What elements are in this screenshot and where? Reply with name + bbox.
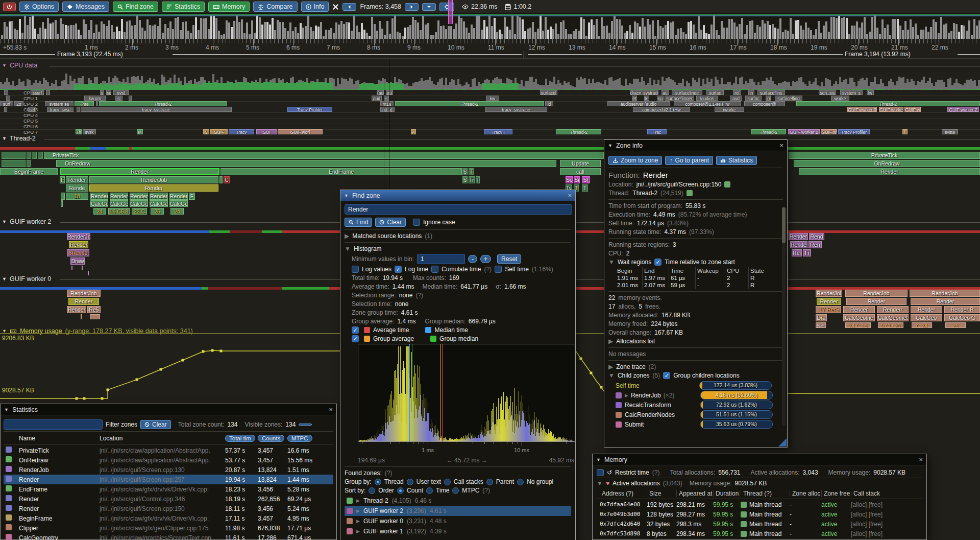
zone-bar[interactable]: Render — [130, 193, 148, 200]
memory-column-header[interactable]: Address (?) — [600, 490, 647, 497]
call-stack-links[interactable]: [alloc] [free] — [851, 511, 907, 518]
cpu-zone-bar[interactable] — [6, 96, 10, 101]
cpu-zone-bar[interactable]: kw — [486, 96, 499, 101]
wait-column-header[interactable]: Time — [669, 267, 695, 274]
zone-statistics-button[interactable]: Statistics — [716, 156, 757, 165]
zone-bar[interactable]: EndFrame — [220, 168, 462, 175]
collapse-icon[interactable]: ▼ — [2, 276, 7, 281]
filter-zones-input[interactable] — [4, 419, 103, 430]
cpu-zone-bar[interactable]: Tracy — [229, 129, 254, 134]
zone-bar[interactable] — [82, 266, 83, 270]
options-button[interactable]: Options — [19, 2, 59, 12]
group-by-radio[interactable] — [407, 479, 413, 485]
column-location[interactable]: Location — [100, 435, 225, 442]
zone-bar[interactable]: 0 CU 20 — [878, 322, 903, 328]
found-zone-row[interactable]: ▶Thread-2(4,105)6.46 s — [345, 496, 571, 506]
collapse-icon[interactable]: ▼ — [4, 407, 9, 412]
cpu-row-label[interactable]: CPU 4 — [23, 112, 38, 118]
zone-bar[interactable]: T — [582, 184, 588, 192]
zone-bar[interactable] — [0, 230, 209, 233]
bin-increase-button[interactable]: + — [480, 255, 491, 263]
group-by-radio[interactable] — [517, 479, 524, 485]
zone-bar[interactable] — [0, 287, 202, 290]
cpu-row-label[interactable]: CPU 7 — [23, 129, 38, 135]
cpu-zone-bar[interactable]: aud — [730, 96, 742, 101]
cpu-zone-bar[interactable]: sysk — [83, 129, 96, 134]
cpu-zone-bar[interactable]: GUIF worl — [278, 129, 323, 134]
cpu-zone-bar[interactable]: l — [902, 129, 908, 134]
memory-column-header[interactable]: Call stack — [851, 490, 907, 497]
cpu-zone-bar[interactable]: surfacel — [540, 90, 557, 95]
zone-bar[interactable]: CalcGeo( — [150, 200, 168, 207]
cpu-zone-bar[interactable]: /audios — [696, 96, 718, 101]
cpu-zone-bar[interactable]: in — [748, 90, 754, 95]
zone-bar[interactable]: Tr — [469, 176, 475, 183]
zone-bar[interactable]: call — [560, 168, 601, 175]
cpu-zone-bar[interactable]: Thre — [75, 101, 94, 106]
clear-button[interactable]: Clear — [375, 218, 406, 227]
close-icon[interactable]: × — [329, 406, 333, 413]
frame-dropdown-button[interactable] — [422, 3, 436, 11]
table-row[interactable]: 0x7dfaa64e00192 bytes298.21 ms59.95 sMai… — [597, 500, 922, 509]
cpu-zone-bar[interactable]: surf — [0, 101, 13, 106]
find-zone-button[interactable]: Find zone — [113, 2, 158, 12]
zone-bar[interactable]: Si — [574, 176, 580, 183]
cpu-zone-bar[interactable]: Tracy Profiler — [838, 129, 870, 134]
collapse-icon[interactable]: ▼ — [2, 219, 7, 224]
zone-bar[interactable]: OnRedraw — [794, 160, 980, 167]
frame-band[interactable]: Frame 3,193 (22.45 ms)Frame 3,194 (13.92… — [0, 51, 980, 58]
zone-bar[interactable]: Ren — [808, 241, 822, 248]
memory-column-header[interactable]: Zone free — [821, 490, 851, 497]
zone-bar[interactable]: Render — [799, 168, 980, 175]
zone-bar[interactable]: Render — [169, 193, 188, 200]
child-zone-row[interactable]: RecalcTransform72.92 us (1.62%) — [616, 400, 783, 410]
memory-column-header[interactable]: Size — [647, 490, 676, 497]
clipped-button[interactable] — [299, 424, 312, 426]
cpu-zone-bar[interactable]: GUIF worker 2 — [788, 129, 820, 134]
help-hint[interactable]: (?) — [482, 487, 490, 494]
cpu-zone-bar[interactable]: rol — [733, 90, 741, 95]
zone-bar[interactable]: Render — [789, 233, 808, 240]
zone-bar[interactable]: Update — [560, 160, 601, 167]
cpu-zone-bar[interactable]: aud — [372, 96, 382, 101]
statistics-button[interactable]: Statistics — [162, 2, 205, 12]
zone-bar[interactable]: Rei — [792, 249, 802, 256]
help-hint[interactable]: (?) — [484, 266, 492, 273]
table-row[interactable]: Clipperjni/../jni/src/claw/gfx/geo/Clipp… — [4, 523, 333, 533]
cpu-zone-bar[interactable]: surfaceflino — [757, 90, 785, 95]
zone-bar[interactable]: Sel — [816, 322, 826, 328]
cpu-zone-bar[interactable]: GUIF worker 2 — [947, 107, 979, 112]
expand-icon[interactable]: ▶ — [356, 529, 360, 534]
zone-bar[interactable]: CalcGeo — [911, 314, 942, 321]
cpu-zone-bar[interactable]: GUIF w — [821, 129, 837, 134]
messages-button[interactable]: Messages — [62, 2, 109, 12]
go-to-parent-button[interactable]: ↑Go to parent — [665, 156, 713, 165]
table-row[interactable]: Renderjni/../jni/src/guif/Screen.cpp:150… — [4, 504, 333, 513]
column-counts[interactable]: Counts — [258, 435, 284, 442]
zone-bar[interactable]: BeginFrame — [0, 168, 58, 175]
zone-bar[interactable]: T — [476, 176, 480, 183]
cpu-zone-bar[interactable]: Thread-2 — [99, 101, 227, 106]
filter-clear-button[interactable]: Clear — [140, 420, 171, 429]
cpu-zone-bar[interactable]: m1a — [380, 101, 394, 106]
column-mtpc[interactable]: MTPC — [287, 435, 312, 442]
help-hint[interactable]: (?) — [652, 469, 660, 476]
cpu-zone-bar[interactable] — [46, 90, 50, 95]
zone-bar[interactable]: Render — [69, 241, 88, 248]
wait-column-header[interactable]: Begin — [616, 267, 642, 274]
frame-label[interactable]: Frame 3,193 (22.45 ms) — [57, 51, 123, 58]
zone-bar[interactable]: Render R — [944, 306, 980, 313]
zone-bar[interactable]: Render — [846, 298, 906, 305]
section-guif-worker-2[interactable]: ▼GUIF worker 2 — [2, 218, 51, 225]
zone-bar[interactable]: Render — [90, 193, 108, 200]
zone-bar[interactable]: T — [469, 168, 474, 175]
info-button[interactable]: Info — [301, 2, 329, 12]
zone-bar[interactable]: Render — [790, 241, 807, 248]
table-row[interactable]: 0x7dfc53d8988 bytes298.34 ms59.95 sMain … — [597, 529, 922, 538]
child-zone-row[interactable]: Submit35.63 us (0.79%) — [616, 419, 783, 429]
zone-bar[interactable]: F — [189, 193, 195, 200]
expand-icon[interactable]: ▶ — [356, 519, 360, 524]
legend-checkbox[interactable] — [352, 335, 359, 342]
relative-time-checkbox[interactable] — [654, 259, 662, 266]
collapse-icon[interactable]: ▼ — [608, 372, 615, 379]
